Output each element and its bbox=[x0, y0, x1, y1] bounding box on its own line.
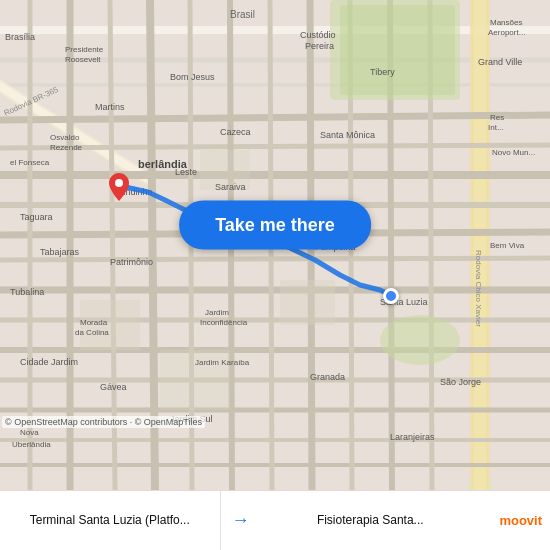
moovit-logo: moovit bbox=[480, 491, 550, 550]
svg-text:Brasília: Brasília bbox=[5, 32, 35, 42]
svg-text:Presidente: Presidente bbox=[65, 45, 104, 54]
moovit-text: moovit bbox=[499, 513, 542, 528]
svg-point-85 bbox=[115, 179, 123, 187]
svg-text:Int...: Int... bbox=[488, 123, 504, 132]
svg-text:Rodovia Chico Xavier: Rodovia Chico Xavier bbox=[474, 250, 483, 327]
svg-text:Cazeca: Cazeca bbox=[220, 127, 251, 137]
svg-text:Cidade Jardim: Cidade Jardim bbox=[20, 357, 78, 367]
svg-text:Jardim Karaíba: Jardim Karaíba bbox=[195, 358, 250, 367]
svg-text:Mansões: Mansões bbox=[490, 18, 522, 27]
svg-text:Martins: Martins bbox=[95, 102, 125, 112]
svg-text:Gávea: Gávea bbox=[100, 382, 127, 392]
svg-text:Jardim: Jardim bbox=[205, 308, 229, 317]
svg-text:Novo Mun...: Novo Mun... bbox=[492, 148, 535, 157]
svg-text:Osvaldo: Osvaldo bbox=[50, 133, 80, 142]
map-credit: © OpenStreetMap contributors · © OpenMap… bbox=[2, 416, 205, 428]
svg-text:Bem Viva: Bem Viva bbox=[490, 241, 525, 250]
origin-marker bbox=[383, 288, 399, 304]
svg-text:Tubalina: Tubalina bbox=[10, 287, 44, 297]
svg-text:Santa Mônica: Santa Mônica bbox=[320, 130, 375, 140]
svg-text:Taguara: Taguara bbox=[20, 212, 53, 222]
svg-text:Nova: Nova bbox=[20, 428, 39, 437]
svg-text:Custódio: Custódio bbox=[300, 30, 336, 40]
svg-line-9 bbox=[0, 145, 550, 148]
take-me-there-button[interactable]: Take me there bbox=[179, 201, 371, 250]
svg-text:Morada: Morada bbox=[80, 318, 108, 327]
svg-text:Uberlândia: Uberlândia bbox=[12, 440, 51, 449]
svg-text:São Jorge: São Jorge bbox=[440, 377, 481, 387]
svg-point-34 bbox=[380, 315, 460, 365]
origin-label: Terminal Santa Luzia (Platfo... bbox=[30, 513, 190, 529]
svg-text:Leste: Leste bbox=[175, 167, 197, 177]
arrow-container: → bbox=[221, 491, 261, 550]
svg-rect-7 bbox=[474, 0, 486, 490]
svg-text:Brasil: Brasil bbox=[230, 9, 255, 20]
svg-text:Laranjeiras: Laranjeiras bbox=[390, 432, 435, 442]
svg-text:Res: Res bbox=[490, 113, 504, 122]
svg-text:Patrimônio: Patrimônio bbox=[110, 257, 153, 267]
destination-marker bbox=[109, 173, 129, 193]
destination-label: Fisioterapia Santa... bbox=[317, 513, 424, 529]
direction-arrow-icon: → bbox=[232, 510, 250, 531]
bottom-bar: Terminal Santa Luzia (Platfo... → Fisiot… bbox=[0, 490, 550, 550]
svg-text:Inconfidência: Inconfidência bbox=[200, 318, 248, 327]
svg-text:Pereira: Pereira bbox=[305, 41, 334, 51]
svg-line-13 bbox=[0, 258, 550, 260]
svg-text:Grand Ville: Grand Ville bbox=[478, 57, 522, 67]
svg-text:el Fonseca: el Fonseca bbox=[10, 158, 50, 167]
svg-text:Saraiva: Saraiva bbox=[215, 182, 246, 192]
svg-text:da Colina: da Colina bbox=[75, 328, 109, 337]
svg-text:Tibery: Tibery bbox=[370, 67, 395, 77]
svg-line-8 bbox=[0, 115, 550, 120]
svg-text:Roosevelt: Roosevelt bbox=[65, 55, 101, 64]
map-container: Brasil Brasília Presidente Roosevelt Bom… bbox=[0, 0, 550, 490]
svg-text:Aeroport...: Aeroport... bbox=[488, 28, 525, 37]
svg-text:Granada: Granada bbox=[310, 372, 345, 382]
destination-item[interactable]: Fisioterapia Santa... bbox=[261, 491, 481, 550]
svg-text:Tabajaras: Tabajaras bbox=[40, 247, 80, 257]
svg-rect-33 bbox=[340, 5, 455, 95]
origin-item[interactable]: Terminal Santa Luzia (Platfo... bbox=[0, 491, 221, 550]
svg-text:Rezende: Rezende bbox=[50, 143, 83, 152]
svg-rect-37 bbox=[280, 280, 335, 325]
svg-text:Bom Jesus: Bom Jesus bbox=[170, 72, 215, 82]
